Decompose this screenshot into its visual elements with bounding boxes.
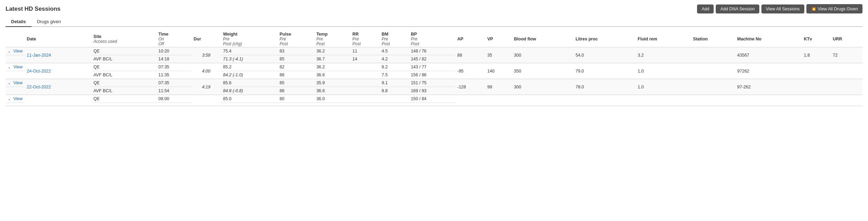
main-container: Latest HD Sessions Add Add DNA Session V… xyxy=(0,0,868,110)
drugs-icon: 💥 xyxy=(811,6,816,11)
date-cell: 22-Oct-2022 xyxy=(25,79,91,95)
vp-cell: 99 xyxy=(485,79,512,95)
machineno-cell: 43567 xyxy=(735,47,802,63)
col-bm-header: BM Pre Post xyxy=(380,30,409,47)
bp-post-cell: 156 / 86 xyxy=(409,71,455,79)
view-link[interactable]: View xyxy=(13,65,22,69)
dur-cell: 3:58 xyxy=(191,47,221,63)
expand-icon-sub xyxy=(6,103,25,106)
temp-pre-cell: 36.2 xyxy=(314,63,350,71)
view-all-drugs-button[interactable]: 💥 View All Drugs Given xyxy=(806,4,863,13)
bp-post-cell: 145 / 82 xyxy=(409,55,455,63)
col-site-header: Site Access used xyxy=(91,30,156,47)
expand-icon[interactable]: ⌄ View xyxy=(6,79,25,87)
bm-pre-cell: 9.1 xyxy=(380,79,409,87)
pulse-post-cell: 85 xyxy=(278,55,314,63)
col-dur-header: Dur xyxy=(191,30,221,47)
col-litres-header: Litres proc xyxy=(573,30,636,47)
rr-pre-cell: 11 xyxy=(350,47,379,55)
bloodflow-cell: 300 xyxy=(512,79,573,95)
site-top-cell: QE xyxy=(91,79,156,87)
time-on-cell: 10:20 xyxy=(156,47,191,55)
date-cell xyxy=(25,95,91,106)
weight-pre-cell: 85.2 xyxy=(221,63,277,71)
ap-cell: -95 xyxy=(455,63,485,79)
station-cell xyxy=(691,47,735,63)
bm-pre-cell xyxy=(380,95,409,103)
view-link[interactable]: View xyxy=(13,80,22,85)
col-ap-header: AP xyxy=(455,30,485,47)
machineno-cell xyxy=(735,95,802,106)
rr-post-cell xyxy=(350,71,379,79)
col-station-header: Station xyxy=(691,30,735,47)
weight-post-cell: 84.8 (-0.8) xyxy=(221,87,277,95)
sessions-table: Date Site Access used Time On Off Dur We… xyxy=(6,30,862,106)
rr-pre-cell xyxy=(350,79,379,87)
ktv-cell xyxy=(802,95,831,106)
temp-post-cell: 36.7 xyxy=(314,55,350,63)
ktv-cell: 1.8 xyxy=(802,47,831,63)
col-fluid-header: Fluid rem xyxy=(636,30,691,47)
ktv-cell xyxy=(802,63,831,79)
station-cell xyxy=(691,79,735,95)
header-row: Latest HD Sessions Add Add DNA Session V… xyxy=(6,4,862,13)
col-temp-header: Temp Pre Post xyxy=(314,30,350,47)
date-link[interactable]: 11-Jan-2024 xyxy=(27,53,51,58)
pulse-pre-cell: 85 xyxy=(278,79,314,87)
pulse-post-cell: 88 xyxy=(278,71,314,79)
col-rr-header: RR Pre Post xyxy=(350,30,379,47)
date-link[interactable]: 24-Oct-2022 xyxy=(27,69,51,74)
col-time-header: Time On Off xyxy=(156,30,191,47)
time-off-cell: 14:18 xyxy=(156,55,191,63)
view-all-sessions-button[interactable]: View All Sessions xyxy=(761,4,804,13)
add-dna-session-button[interactable]: Add DNA Session xyxy=(716,4,759,13)
view-link[interactable]: View xyxy=(13,49,22,54)
dur-cell: 4:00 xyxy=(191,63,221,79)
expand-icon[interactable]: ⌄ View xyxy=(6,47,25,55)
site-bottom-cell: AVF BC/L xyxy=(91,87,156,95)
litres-cell: 54.0 xyxy=(573,47,636,63)
dur-cell: 4:19 xyxy=(191,79,221,95)
expand-icon[interactable]: ⌄ View xyxy=(6,95,25,103)
expand-icon[interactable]: ⌄ View xyxy=(6,63,25,71)
ap-cell xyxy=(455,95,485,106)
machineno-cell: 97262 xyxy=(735,63,802,79)
site-top-cell: QE xyxy=(91,47,156,55)
bm-pre-cell: 4.5 xyxy=(380,47,409,55)
expand-icon-sub xyxy=(6,71,25,79)
dur-cell xyxy=(191,95,221,106)
col-urr-header: URR xyxy=(831,30,862,47)
weight-pre-cell: 85.0 xyxy=(221,95,277,103)
view-link[interactable]: View xyxy=(13,96,22,101)
temp-pre-cell: 35.9 xyxy=(314,79,350,87)
button-group: Add Add DNA Session View All Sessions 💥 … xyxy=(697,4,862,13)
bp-post-cell xyxy=(409,103,455,106)
time-off-cell xyxy=(156,103,191,106)
date-link[interactable]: 22-Oct-2022 xyxy=(27,85,51,89)
tab-drugs-given[interactable]: Drugs given xyxy=(31,17,66,27)
col-machineno-header: Machine No xyxy=(735,30,802,47)
tab-details[interactable]: Details xyxy=(6,17,31,27)
col-vp-header: VP xyxy=(485,30,512,47)
litres-cell xyxy=(573,95,636,106)
site-top-cell: QE xyxy=(91,95,156,103)
vp-cell xyxy=(485,95,512,106)
bloodflow-cell: 350 xyxy=(512,63,573,79)
litres-cell: 79.0 xyxy=(573,63,636,79)
rr-pre-cell xyxy=(350,63,379,71)
temp-pre-cell: 36.0 xyxy=(314,95,350,103)
bm-post-cell xyxy=(380,103,409,106)
add-button[interactable]: Add xyxy=(697,4,714,13)
rr-pre-cell xyxy=(350,95,379,103)
site-top-cell: QE xyxy=(91,63,156,71)
urr-cell xyxy=(831,95,862,106)
bm-post-cell: 7.5 xyxy=(380,71,409,79)
station-cell xyxy=(691,63,735,79)
station-cell xyxy=(691,95,735,106)
ktv-cell xyxy=(802,79,831,95)
ap-cell: -128 xyxy=(455,79,485,95)
time-off-cell: 11:35 xyxy=(156,71,191,79)
weight-post-cell: 71.3 (-4.1) xyxy=(221,55,277,63)
time-on-cell: 07:35 xyxy=(156,63,191,71)
bp-pre-cell: 148 / 76 xyxy=(409,47,455,55)
